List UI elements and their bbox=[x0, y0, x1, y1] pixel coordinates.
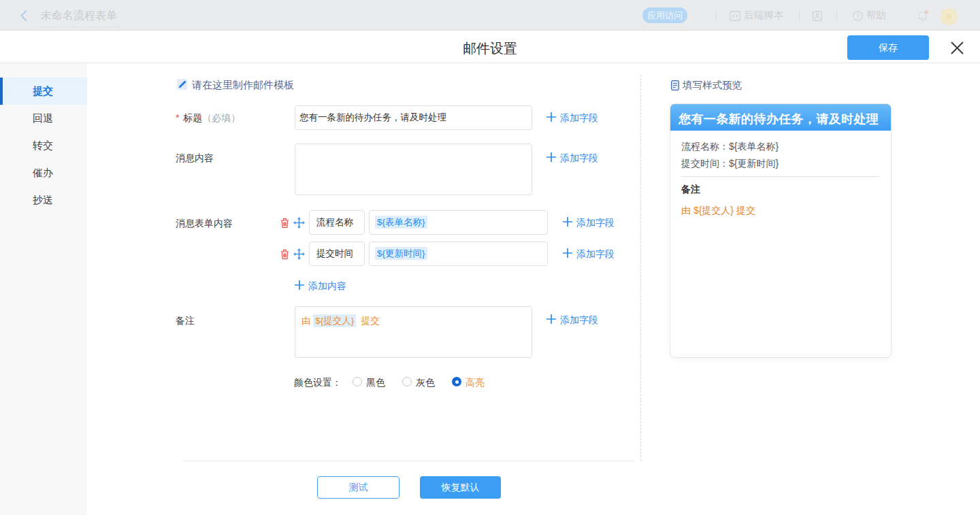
svg-text:?: ? bbox=[856, 12, 860, 20]
